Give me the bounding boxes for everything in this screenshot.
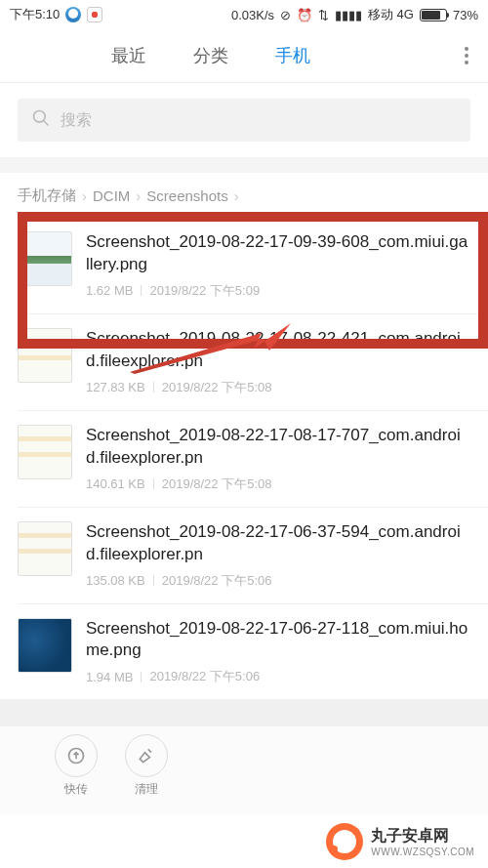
- file-list-container: Screenshot_2019-08-22-17-09-39-608_com.m…: [0, 218, 488, 699]
- file-meta: 135.08 KB2019/8/22 下午5:06: [86, 572, 470, 590]
- file-item[interactable]: Screenshot_2019-08-22-17-06-37-594_com.a…: [18, 508, 488, 604]
- watermark-brand: 丸子安卓网: [371, 826, 474, 847]
- file-size: 140.61 KB: [86, 476, 145, 491]
- file-meta: 140.61 KB2019/8/22 下午5:08: [86, 475, 470, 493]
- vibrate-icon: ⇅: [318, 8, 329, 22]
- file-item[interactable]: Screenshot_2019-08-22-17-06-27-118_com.m…: [18, 604, 488, 700]
- meta-separator: [153, 575, 154, 586]
- svg-line-1: [44, 121, 49, 126]
- file-thumbnail: [18, 425, 72, 479]
- status-bar-left: 下午5:10: [10, 6, 102, 23]
- file-size: 1.62 MB: [86, 283, 133, 298]
- meta-separator: [153, 478, 154, 489]
- file-info: Screenshot_2019-08-22-17-08-17-707_com.a…: [86, 425, 470, 493]
- file-name: Screenshot_2019-08-22-17-06-37-594_com.a…: [86, 521, 470, 566]
- chevron-right-icon: ›: [82, 187, 87, 204]
- bottom-action-bar: 快传 清理: [0, 725, 488, 815]
- breadcrumb-segment-1[interactable]: DCIM: [93, 187, 130, 204]
- file-size: 1.94 MB: [86, 670, 133, 684]
- meta-separator: [153, 382, 154, 393]
- file-date: 2019/8/22 下午5:06: [162, 572, 272, 590]
- tab-category[interactable]: 分类: [170, 44, 252, 67]
- more-menu-icon[interactable]: [445, 47, 488, 64]
- search-wrapper: 搜索: [0, 83, 488, 157]
- alarm-off-icon: ⊘: [280, 8, 291, 22]
- status-time: 下午5:10: [10, 6, 60, 23]
- tab-recent[interactable]: 最近: [88, 44, 170, 67]
- battery-icon: [420, 9, 447, 21]
- file-info: Screenshot_2019-08-22-17-08-22-421_com.a…: [86, 328, 470, 396]
- status-battery: 73%: [453, 8, 478, 22]
- status-carrier: 移动 4G: [368, 6, 414, 23]
- file-thumbnail: [18, 521, 72, 576]
- meta-separator: [141, 672, 142, 682]
- status-speed: 0.03K/s: [231, 8, 274, 22]
- file-info: Screenshot_2019-08-22-17-06-37-594_com.a…: [86, 521, 470, 590]
- file-item[interactable]: Screenshot_2019-08-22-17-09-39-608_com.m…: [18, 218, 488, 314]
- chevron-right-icon: ›: [136, 187, 141, 204]
- file-list[interactable]: Screenshot_2019-08-22-17-09-39-608_com.m…: [0, 218, 488, 699]
- alarm-icon: ⏰: [297, 8, 312, 22]
- file-item[interactable]: Screenshot_2019-08-22-17-08-17-707_com.a…: [18, 411, 488, 508]
- watermark: 丸子安卓网 WWW.WZSQSY.COM: [0, 815, 488, 868]
- chevron-right-icon: ›: [234, 187, 239, 204]
- file-meta: 1.94 MB2019/8/22 下午5:06: [86, 668, 470, 685]
- status-bar: 下午5:10 0.03K/s ⊘ ⏰ ⇅ ▮▮▮▮ 移动 4G 73%: [0, 0, 488, 29]
- file-date: 2019/8/22 下午5:08: [162, 379, 272, 396]
- search-input[interactable]: 搜索: [18, 99, 470, 142]
- file-item[interactable]: Screenshot_2019-08-22-17-08-22-421_com.a…: [18, 314, 488, 411]
- file-meta: 127.83 KB2019/8/22 下午5:08: [86, 379, 470, 396]
- file-date: 2019/8/22 下午5:09: [149, 282, 260, 300]
- app-notification-icon: [87, 7, 102, 22]
- status-bar-right: 0.03K/s ⊘ ⏰ ⇅ ▮▮▮▮ 移动 4G 73%: [231, 6, 478, 23]
- breadcrumb[interactable]: 手机存储 › DCIM › Screenshots ›: [0, 173, 488, 218]
- watermark-logo-icon: [326, 823, 363, 860]
- file-info: Screenshot_2019-08-22-17-09-39-608_com.m…: [86, 231, 470, 300]
- file-thumbnail: [18, 618, 72, 673]
- file-size: 127.83 KB: [86, 380, 145, 394]
- qq-notification-icon: [65, 7, 81, 22]
- file-size: 135.08 KB: [86, 573, 145, 588]
- file-name: Screenshot_2019-08-22-17-06-27-118_com.m…: [86, 618, 470, 663]
- file-name: Screenshot_2019-08-22-17-08-22-421_com.a…: [86, 328, 470, 373]
- quick-transfer-label: 快传: [64, 781, 88, 798]
- clean-button[interactable]: 清理: [125, 734, 168, 798]
- file-thumbnail: [18, 231, 72, 286]
- file-name: Screenshot_2019-08-22-17-08-17-707_com.a…: [86, 425, 470, 470]
- file-meta: 1.62 MB2019/8/22 下午5:09: [86, 282, 470, 300]
- search-placeholder: 搜索: [61, 110, 92, 131]
- clean-label: 清理: [135, 781, 158, 798]
- signal-icon: ▮▮▮▮: [335, 8, 362, 22]
- quick-transfer-button[interactable]: 快传: [55, 734, 98, 798]
- watermark-url: WWW.WZSQSY.COM: [371, 847, 474, 857]
- search-icon: [31, 108, 51, 132]
- file-date: 2019/8/22 下午5:08: [162, 475, 272, 493]
- meta-separator: [141, 285, 142, 296]
- broom-icon: [125, 734, 168, 777]
- file-info: Screenshot_2019-08-22-17-06-27-118_com.m…: [86, 618, 470, 686]
- file-name: Screenshot_2019-08-22-17-09-39-608_com.m…: [86, 231, 470, 276]
- watermark-text: 丸子安卓网 WWW.WZSQSY.COM: [371, 826, 474, 857]
- tab-phone[interactable]: 手机: [252, 44, 334, 67]
- upload-icon: [55, 734, 98, 777]
- svg-point-0: [34, 111, 46, 123]
- file-date: 2019/8/22 下午5:06: [149, 668, 260, 685]
- breadcrumb-segment-2[interactable]: Screenshots: [146, 187, 227, 204]
- section-gap: [0, 157, 488, 173]
- breadcrumb-segment-0[interactable]: 手机存储: [18, 186, 76, 205]
- file-thumbnail: [18, 328, 72, 383]
- tab-bar: 最近 分类 手机: [0, 29, 488, 83]
